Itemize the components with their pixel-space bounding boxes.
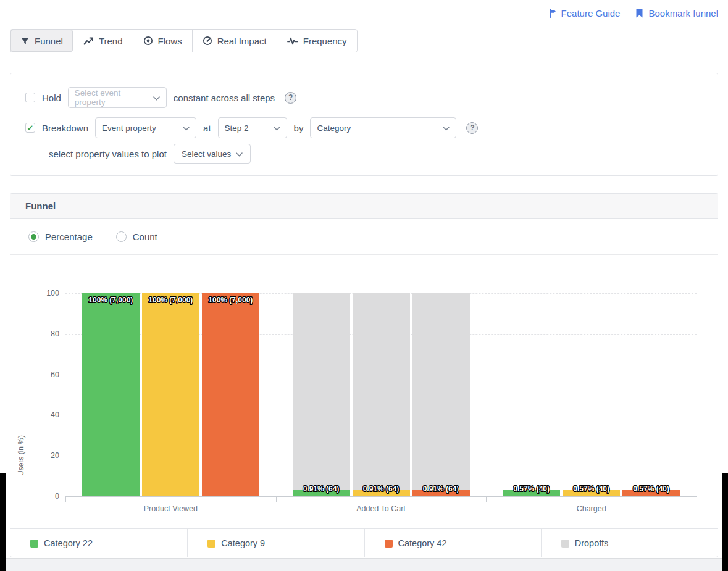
tab-label: Frequency (303, 36, 347, 46)
chevron-down-icon (274, 123, 280, 133)
header-link-label: Bookmark funnel (648, 8, 718, 19)
tab-label: Trend (99, 36, 123, 46)
chevron-down-icon (153, 93, 160, 102)
hold-suffix-label: constant across all steps (174, 93, 275, 103)
funnel-bar-category-42[interactable] (412, 490, 470, 496)
x-category-label: Added To Cart (288, 504, 474, 513)
signpost-icon (546, 8, 557, 19)
filter-panel: ✓ Hold Select event property constant ac… (10, 73, 718, 176)
breakdown-type-select[interactable]: Event property (95, 117, 196, 138)
x-axis-tick (486, 496, 487, 502)
hold-property-select[interactable]: Select event property (68, 87, 167, 108)
y-tick-label: 100 (40, 289, 59, 298)
screen-edge-right (722, 473, 728, 571)
select-values-button[interactable]: Select values (174, 144, 251, 164)
funnel-bar-category-9[interactable] (353, 490, 410, 496)
frequency-icon (287, 36, 298, 46)
funnel-bar-category-42[interactable] (622, 490, 680, 496)
radio-icon (116, 231, 127, 242)
x-axis-tick (65, 496, 66, 502)
funnel-bar-category-22[interactable] (293, 490, 350, 496)
funnel-bar-category-9[interactable] (563, 490, 620, 496)
plot-values-label: select property values to plot (49, 149, 167, 159)
legend-swatch (30, 540, 38, 548)
hold-row: ✓ Hold Select event property constant ac… (25, 87, 296, 108)
funnel-panel-header: Funnel (10, 194, 718, 219)
y-tick-label: 20 (40, 451, 59, 460)
y-tick-label: 60 (40, 370, 59, 379)
legend-item-category-9[interactable]: Category 9 (187, 529, 364, 557)
mode-label: Count (133, 231, 157, 242)
mode-radio-count[interactable]: Count (116, 231, 157, 242)
breakdown-step-select[interactable]: Step 2 (218, 117, 287, 138)
mode-row: PercentageCount (10, 219, 718, 255)
plot-values-row: select property values to plot Select va… (49, 144, 251, 164)
breakdown-type-value: Event property (102, 123, 156, 133)
y-tick-label: 40 (40, 411, 59, 419)
legend-swatch (385, 540, 393, 548)
help-icon[interactable]: ? (285, 92, 296, 104)
tab-real-impact[interactable]: Real Impact (192, 30, 277, 52)
chevron-down-icon (236, 149, 243, 159)
tab-label: Flows (158, 36, 182, 46)
funnel-icon (20, 36, 30, 46)
flows-icon (143, 36, 153, 46)
help-icon[interactable]: ? (466, 122, 478, 134)
legend-swatch (561, 540, 569, 548)
funnel-chart: Users (in %) 020406080100100% (7,000)100… (10, 256, 719, 527)
dropoff-bar[interactable] (293, 293, 350, 490)
breakdown-step-value: Step 2 (225, 123, 249, 133)
breakdown-label: Breakdown (42, 123, 88, 133)
dropoff-bar[interactable] (353, 293, 410, 490)
legend-item-category-42[interactable]: Category 42 (364, 529, 541, 557)
mode-label: Percentage (45, 231, 93, 242)
funnel-bar-category-42[interactable] (202, 293, 259, 496)
select-values-label: Select values (182, 149, 231, 159)
legend-item-dropoffs[interactable]: Dropoffs (541, 529, 718, 557)
legend-label: Dropoffs (575, 538, 609, 548)
header-link-feature-guide[interactable]: Feature Guide (546, 8, 621, 19)
header-links: Feature GuideBookmark funnel (546, 8, 718, 19)
funnel-panel-title: Funnel (25, 201, 56, 211)
legend-label: Category 42 (398, 538, 447, 548)
x-category-label: Product Viewed (78, 504, 263, 513)
chart-legend: Category 22Category 9Category 42Dropoffs (10, 528, 718, 557)
x-category-label: Charged (499, 504, 684, 513)
y-tick-label: 0 (40, 492, 59, 501)
hold-label: Hold (42, 93, 61, 103)
breakdown-row: ✓ Breakdown Event property at Step 2 by … (25, 117, 478, 138)
at-label: at (203, 123, 211, 133)
tab-label: Funnel (35, 36, 63, 46)
page-footer-strip (0, 558, 728, 571)
chevron-down-icon (183, 123, 190, 133)
real-impact-icon (203, 36, 212, 46)
chevron-down-icon (443, 123, 450, 133)
tab-bar: FunnelTrendFlowsReal ImpactFrequency (10, 29, 358, 52)
tab-frequency[interactable]: Frequency (277, 30, 357, 52)
legend-label: Category 9 (221, 538, 265, 548)
header-link-bookmark-funnel[interactable]: Bookmark funnel (635, 8, 718, 19)
legend-item-category-22[interactable]: Category 22 (10, 529, 187, 557)
tab-funnel[interactable]: Funnel (10, 30, 73, 52)
dropoff-bar[interactable] (412, 293, 470, 490)
x-axis-line (65, 496, 697, 497)
hold-checkbox[interactable]: ✓ (25, 93, 35, 102)
breakdown-checkbox[interactable]: ✓ (25, 123, 35, 133)
funnel-panel: Funnel PercentageCount Users (in %) 0204… (10, 193, 718, 557)
screen-edge-left (0, 473, 6, 571)
y-axis-title: Users (in %) (17, 388, 25, 523)
by-label: by (294, 123, 304, 133)
funnel-bar-category-9[interactable] (142, 293, 199, 496)
radio-icon (28, 231, 39, 242)
breakdown-property-select[interactable]: Category (310, 117, 456, 138)
legend-swatch (207, 540, 215, 548)
y-tick-label: 80 (40, 330, 59, 338)
mode-radio-percentage[interactable]: Percentage (28, 231, 93, 242)
x-axis-tick (276, 496, 277, 502)
funnel-bar-category-22[interactable] (82, 293, 140, 496)
bookmark-icon (635, 8, 644, 19)
hold-property-placeholder: Select event property (75, 88, 148, 107)
tab-flows[interactable]: Flows (133, 30, 192, 52)
funnel-bar-category-22[interactable] (503, 490, 560, 496)
tab-trend[interactable]: Trend (73, 30, 133, 52)
